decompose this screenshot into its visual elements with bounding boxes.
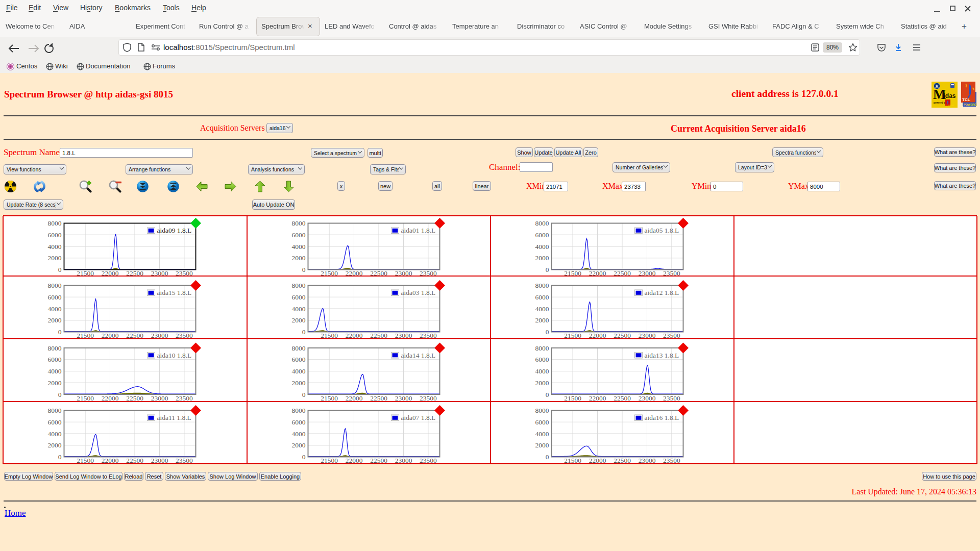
svg-text:8000: 8000 [535, 344, 549, 352]
svg-text:aida01 1.8.L: aida01 1.8.L [401, 227, 435, 234]
svg-text:2000: 2000 [48, 254, 62, 262]
svg-text:22000: 22000 [345, 394, 362, 401]
svg-text:4000: 4000 [48, 243, 62, 251]
svg-text:22500: 22500 [126, 457, 143, 463]
svg-text:8000: 8000 [291, 282, 305, 289]
svg-text:23500: 23500 [420, 457, 437, 463]
svg-text:6000: 6000 [535, 418, 549, 426]
svg-text:23000: 23000 [151, 394, 168, 401]
svg-text:22500: 22500 [614, 332, 631, 338]
svg-text:0: 0 [58, 391, 62, 398]
svg-text:23000: 23000 [638, 394, 655, 401]
svg-text:23000: 23000 [395, 394, 412, 401]
svg-text:idas: idas [944, 92, 956, 99]
svg-text:6000: 6000 [535, 293, 549, 301]
svg-text:aida11 1.8.L: aida11 1.8.L [157, 414, 191, 421]
svg-text:0: 0 [545, 328, 549, 336]
svg-text:aida07 1.8.L: aida07 1.8.L [401, 414, 435, 421]
svg-text:22000: 22000 [345, 269, 362, 276]
svg-text:22000: 22000 [589, 332, 606, 338]
svg-text:8000: 8000 [291, 407, 305, 414]
svg-text:22000: 22000 [102, 394, 119, 401]
svg-text:23500: 23500 [663, 394, 680, 401]
svg-text:22500: 22500 [370, 394, 387, 401]
svg-text:6000: 6000 [48, 293, 62, 301]
svg-text:22500: 22500 [126, 269, 143, 276]
svg-text:23500: 23500 [176, 269, 193, 276]
svg-text:6000: 6000 [48, 418, 62, 426]
svg-text:8000: 8000 [535, 219, 549, 227]
svg-text:6000: 6000 [291, 356, 305, 363]
svg-text:0: 0 [302, 328, 305, 336]
svg-text:23500: 23500 [420, 332, 437, 338]
svg-text:22000: 22000 [102, 269, 119, 276]
svg-text:21500: 21500 [77, 457, 94, 463]
svg-text:22500: 22500 [614, 394, 631, 401]
svg-text:powered by: powered by [934, 102, 947, 104]
svg-text:aida14 1.8.L: aida14 1.8.L [401, 352, 435, 359]
svg-text:23500: 23500 [663, 457, 680, 463]
svg-text:6000: 6000 [291, 293, 305, 301]
svg-text:0: 0 [545, 266, 549, 273]
svg-text:4000: 4000 [48, 305, 62, 313]
svg-text:aida15 1.8.L: aida15 1.8.L [157, 289, 192, 296]
svg-text:21500: 21500 [564, 332, 581, 338]
svg-text:21500: 21500 [564, 457, 581, 463]
svg-text:22000: 22000 [102, 457, 119, 463]
svg-text:2000: 2000 [291, 441, 305, 449]
svg-text:23500: 23500 [663, 269, 680, 276]
svg-text:6000: 6000 [48, 231, 62, 239]
svg-text:23000: 23000 [638, 269, 655, 276]
svg-text:0: 0 [545, 453, 549, 461]
svg-text:0: 0 [58, 266, 62, 273]
svg-text:aida12 1.8.L: aida12 1.8.L [644, 289, 679, 296]
svg-text:21500: 21500 [564, 394, 581, 401]
svg-text:23000: 23000 [395, 269, 412, 276]
svg-text:6000: 6000 [48, 356, 62, 363]
svg-text:aida03 1.8.L: aida03 1.8.L [401, 289, 435, 296]
svg-text:aida05 1.8.L: aida05 1.8.L [644, 227, 679, 234]
svg-text:21500: 21500 [77, 332, 94, 338]
svg-text:21500: 21500 [321, 332, 338, 338]
svg-text:22500: 22500 [370, 269, 387, 276]
svg-text:0: 0 [58, 453, 62, 461]
svg-text:aida16 1.8.L: aida16 1.8.L [644, 414, 679, 421]
svg-text:22500: 22500 [614, 457, 631, 463]
svg-text:22000: 22000 [345, 457, 362, 463]
svg-text:22000: 22000 [589, 269, 606, 276]
svg-text:21500: 21500 [321, 457, 338, 463]
svg-text:8000: 8000 [535, 407, 549, 414]
svg-text:2000: 2000 [48, 379, 62, 387]
svg-text:6000: 6000 [291, 231, 305, 239]
svg-text:6000: 6000 [535, 356, 549, 363]
svg-text:23500: 23500 [663, 332, 680, 338]
svg-text:0: 0 [302, 453, 305, 461]
svg-text:8000: 8000 [291, 344, 305, 352]
svg-text:21500: 21500 [77, 394, 94, 401]
svg-text:23000: 23000 [151, 457, 168, 463]
svg-text:21500: 21500 [564, 269, 581, 276]
svg-text:23000: 23000 [638, 457, 655, 463]
svg-text:22000: 22000 [589, 394, 606, 401]
svg-text:2000: 2000 [291, 379, 305, 387]
svg-text:21500: 21500 [321, 269, 338, 276]
svg-text:23500: 23500 [420, 269, 437, 276]
svg-text:8000: 8000 [48, 282, 62, 289]
svg-text:4000: 4000 [535, 305, 549, 313]
svg-text:4000: 4000 [291, 243, 305, 251]
svg-text:4000: 4000 [291, 367, 305, 375]
svg-text:23000: 23000 [395, 332, 412, 338]
svg-text:2000: 2000 [291, 316, 305, 324]
svg-text:2000: 2000 [535, 316, 549, 324]
svg-text:23500: 23500 [420, 394, 437, 401]
svg-text:22500: 22500 [126, 394, 143, 401]
svg-text:8000: 8000 [48, 219, 62, 227]
svg-text:aida09 1.8.L: aida09 1.8.L [157, 227, 192, 234]
svg-text:0: 0 [58, 328, 62, 336]
svg-text:22500: 22500 [614, 269, 631, 276]
svg-text:2000: 2000 [535, 254, 549, 262]
svg-text:POWERED: POWERED [964, 103, 977, 106]
svg-text:4000: 4000 [48, 367, 62, 375]
svg-text:8000: 8000 [291, 219, 305, 227]
svg-text:0: 0 [302, 266, 305, 273]
